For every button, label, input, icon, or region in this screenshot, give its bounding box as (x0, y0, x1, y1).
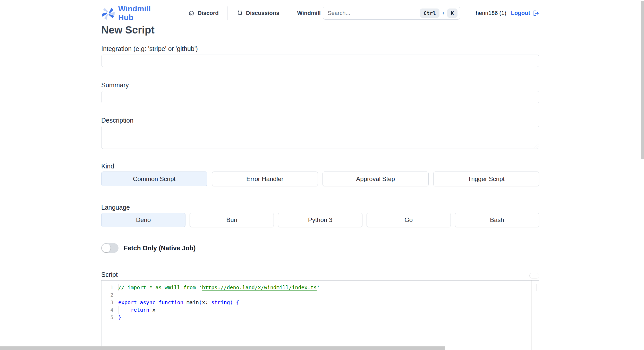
discord-icon (188, 10, 195, 16)
language-label: Language (101, 204, 539, 211)
code-token: ) { (230, 299, 239, 305)
kbd-plus: + (442, 10, 445, 16)
kbd-k: K (447, 8, 457, 18)
language-option-deno[interactable]: Deno (101, 213, 185, 227)
kbd-ctrl: Ctrl (420, 8, 439, 18)
kind-option-common-script[interactable]: Common Script (101, 172, 207, 186)
code-token: ' (317, 284, 320, 291)
nav-label-windmill: Windmill (297, 10, 320, 16)
windmill-logo-icon (101, 6, 115, 20)
code-token: x (202, 299, 205, 305)
nav-item-discord[interactable]: Discord (186, 10, 221, 16)
discussions-icon (236, 10, 243, 16)
line-number: 4 (101, 306, 113, 314)
code-token: ( (199, 299, 202, 305)
script-label: Script (101, 271, 118, 278)
user-area: henri186 (1) Logout (476, 10, 539, 17)
logout-label: Logout (511, 10, 530, 16)
line-number: 1 (101, 284, 113, 291)
editor-toggle-pill[interactable] (529, 273, 539, 278)
code-token (118, 307, 131, 313)
code-token: string (211, 299, 230, 305)
fetch-only-row: Fetch Only (Native Job) (101, 243, 539, 253)
horizontal-scrollbar[interactable] (0, 346, 445, 350)
nav-separator (227, 6, 228, 20)
vertical-scrollbar[interactable] (641, 1, 644, 159)
nav-item-windmill[interactable]: Windmill (295, 10, 323, 16)
script-header: Script (101, 271, 539, 278)
kind-option-error-handler[interactable]: Error Handler (212, 172, 318, 186)
main-nav: Discord Discussions Windmill (186, 6, 323, 20)
language-options: Deno Bun Python 3 Go Bash (101, 213, 539, 227)
brand-link[interactable]: Windmill Hub (101, 4, 163, 22)
line-number: 5 (101, 314, 113, 321)
language-option-bun[interactable]: Bun (190, 213, 274, 227)
logout-button[interactable]: Logout (511, 10, 539, 17)
description-textarea[interactable] (101, 126, 539, 149)
code-token: export async function (118, 299, 183, 305)
nav-label-discord: Discord (198, 10, 219, 16)
code-line-3[interactable]: 3 export async function main(x: string) … (101, 299, 539, 306)
code-token: : (205, 299, 211, 305)
code-editor[interactable]: 1 // import * as wmill from 'https://den… (101, 280, 539, 350)
code-line-5[interactable]: 5 } (101, 314, 539, 321)
nav-label-discussions: Discussions (246, 10, 279, 16)
code-token: x (149, 307, 155, 313)
language-option-go[interactable]: Go (367, 213, 451, 227)
line-number: 3 (101, 299, 113, 306)
summary-input[interactable] (101, 91, 539, 103)
search-box[interactable]: Ctrl + K (323, 7, 460, 20)
code-token: main (183, 299, 199, 305)
summary-label: Summary (101, 81, 539, 89)
nav-separator (288, 6, 288, 20)
kind-label: Kind (101, 163, 539, 170)
code-link[interactable]: https://deno.land/x/windmill/index.ts (202, 284, 317, 291)
fetch-only-toggle[interactable] (101, 243, 118, 253)
kind-options: Common Script Error Handler Approval Ste… (101, 172, 539, 186)
integration-label: Integration (e.g: 'stripe' or 'github') (101, 45, 539, 53)
fetch-only-label: Fetch Only (Native Job) (124, 244, 196, 252)
language-option-python3[interactable]: Python 3 (278, 213, 362, 227)
integration-input[interactable] (101, 55, 539, 67)
code-token: return (131, 307, 149, 313)
code-line-4[interactable]: 4 return x (101, 306, 539, 314)
top-bar: Windmill Hub Discord (101, 6, 539, 20)
line-number: 2 (101, 291, 113, 299)
code-token: // import * as wmill from ' (118, 284, 202, 291)
kind-option-approval-step[interactable]: Approval Step (323, 172, 429, 186)
search-input[interactable] (328, 10, 420, 16)
code-line-2[interactable]: 2 (101, 291, 539, 299)
brand-name: Windmill Hub (118, 4, 163, 22)
kind-option-trigger-script[interactable]: Trigger Script (433, 172, 539, 186)
language-option-bash[interactable]: Bash (455, 213, 539, 227)
code-token: } (118, 314, 121, 320)
nav-item-discussions[interactable]: Discussions (234, 10, 282, 16)
page-content: Windmill Hub Discord (101, 0, 539, 350)
code-line-1[interactable]: 1 // import * as wmill from 'https://den… (101, 284, 539, 291)
logout-icon (532, 10, 539, 17)
toggle-knob (102, 244, 111, 252)
description-label: Description (101, 117, 539, 124)
page-title: New Script (101, 24, 539, 36)
username: henri186 (1) (476, 10, 506, 16)
indent-guide (118, 306, 119, 314)
